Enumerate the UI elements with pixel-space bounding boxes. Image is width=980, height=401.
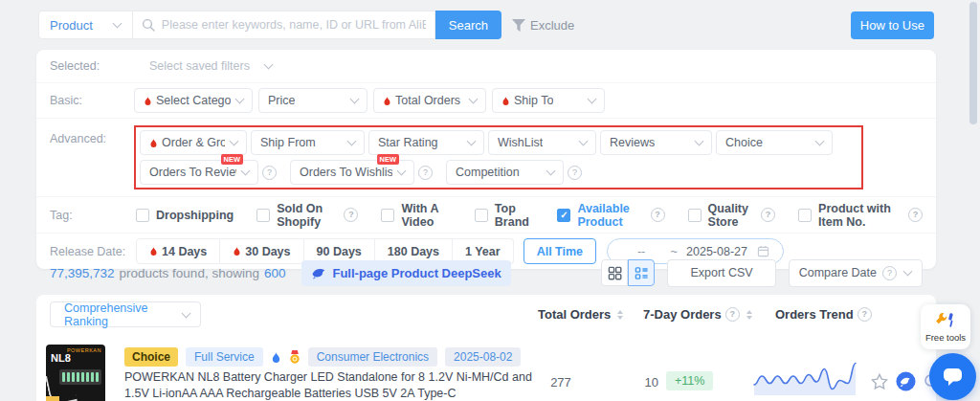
how-to-use-button[interactable]: How to Use — [851, 11, 934, 39]
tag-label: Tag: — [50, 209, 134, 222]
chevron-down-icon — [182, 308, 191, 318]
chat-bubble-icon — [941, 366, 965, 388]
help-icon[interactable]: ? — [418, 166, 433, 180]
new-badge: NEW — [221, 154, 244, 165]
grid-view-icon — [608, 266, 622, 280]
list-view-icon — [635, 266, 649, 280]
saved-filters-select[interactable]: Select saved filters — [149, 59, 273, 73]
search-group: Product Search — [38, 11, 501, 39]
sort-arrows-icon[interactable] — [746, 310, 752, 320]
basic-label: Basic: — [50, 94, 134, 107]
filter-ship-to[interactable]: Ship To — [492, 88, 605, 113]
deepseek-button[interactable]: Full-page Product DeepSeek — [301, 260, 510, 286]
deepseek-whale-icon[interactable] — [896, 371, 916, 391]
chevron-down-icon — [112, 19, 122, 29]
exclude-toggle[interactable]: Exclude — [512, 18, 574, 33]
search-input[interactable] — [162, 18, 426, 32]
search-button[interactable]: Search — [435, 11, 501, 39]
search-input-wrap — [133, 11, 435, 39]
help-icon[interactable]: ? — [761, 208, 775, 222]
tag-with-a-video[interactable]: With A Video — [381, 202, 451, 229]
chevron-down-icon — [695, 137, 704, 146]
checkbox[interactable] — [381, 209, 394, 222]
tag-filters-row: Tag: Dropshipping Sold On Shopify? With … — [36, 197, 936, 234]
chevron-down-icon — [467, 137, 477, 146]
grid-view-button[interactable] — [601, 259, 628, 286]
checkbox[interactable] — [256, 209, 270, 222]
tag-dropshipping[interactable]: Dropshipping — [136, 209, 234, 222]
filter-competition[interactable]: Competition — [446, 160, 564, 185]
view-toggle — [601, 259, 655, 286]
product-title[interactable]: POWERKAN NL8 Battery Charger LED Standal… — [124, 369, 538, 401]
chat-support-button[interactable] — [929, 353, 976, 400]
filter-price[interactable]: Price — [258, 88, 368, 113]
free-tools-button[interactable]: Free tools — [921, 304, 970, 349]
tag-sold-on-shopify[interactable]: Sold On Shopify? — [256, 202, 358, 229]
checkbox[interactable] — [136, 209, 149, 222]
compare-date-button[interactable]: Compare Date ? — [789, 259, 923, 287]
filter-ship-from[interactable]: Ship From — [251, 130, 365, 155]
hot-fire-icon — [149, 138, 158, 148]
chevron-down-icon — [397, 167, 407, 176]
growth-badge: +11% — [666, 371, 713, 390]
list-view-button[interactable] — [628, 259, 655, 286]
choice-badge: Choice — [124, 347, 178, 367]
thumbnail-model-text: NL8 — [46, 353, 105, 364]
filter-total-orders[interactable]: Total Orders — [373, 88, 486, 113]
checkbox-checked[interactable]: ✓ — [557, 209, 570, 222]
help-icon[interactable]: ? — [262, 166, 277, 180]
tag-available-product[interactable]: ✓Available Product? — [557, 202, 664, 229]
new-badge: NEW — [377, 154, 400, 165]
search-icon — [142, 18, 155, 32]
help-icon[interactable]: ? — [908, 208, 923, 222]
advanced-highlight-box: Order & Growth Ship From Star Rating Wis… — [134, 125, 863, 189]
tag-quality-store[interactable]: Quality Store? — [688, 202, 776, 229]
column-header-orders-trend[interactable]: Orders Trend ? — [775, 307, 872, 322]
chevron-down-icon — [241, 167, 251, 176]
chevron-down-icon — [235, 95, 245, 104]
filter-orders-to-reviews[interactable]: Orders To Reviews R NEW — [140, 160, 258, 185]
category-badge[interactable]: Consumer Electronics — [308, 347, 437, 367]
checkbox[interactable] — [798, 209, 812, 222]
help-icon[interactable]: ? — [651, 208, 665, 222]
tag-product-with-item-no[interactable]: Product with Item No.? — [798, 202, 923, 229]
hot-fire-icon — [501, 96, 510, 106]
chevron-down-icon — [815, 137, 825, 146]
column-header-total-orders[interactable]: Total Orders — [538, 307, 623, 322]
sort-select[interactable]: Comprehensive Ranking — [50, 301, 201, 327]
deepseek-whale-icon — [311, 267, 326, 279]
help-icon[interactable]: ? — [344, 208, 358, 222]
filter-wishlist[interactable]: WishList — [488, 130, 596, 155]
filter-select-category[interactable]: Select Category — [134, 88, 253, 113]
chevron-down-icon — [347, 137, 357, 146]
tools-icon — [935, 312, 956, 329]
search-scope-select[interactable]: Product — [38, 11, 133, 39]
checkbox[interactable] — [688, 209, 702, 222]
star-favorite-icon[interactable] — [871, 373, 888, 390]
help-icon[interactable]: ? — [568, 166, 582, 180]
help-icon: ? — [882, 266, 897, 280]
thumbnail-label-graphic — [46, 396, 59, 401]
product-thumbnail[interactable]: POWERKAN NL8 — [46, 345, 105, 401]
chevron-down-icon — [469, 95, 479, 104]
chevron-down-icon — [263, 60, 273, 70]
selected-label: Selected: — [50, 59, 134, 73]
help-icon[interactable]: ? — [725, 307, 740, 322]
filter-reviews[interactable]: Reviews — [600, 130, 712, 155]
checkbox[interactable] — [475, 209, 488, 222]
sort-arrows-icon[interactable] — [617, 310, 623, 320]
chevron-down-icon — [579, 137, 589, 146]
chevron-down-icon — [903, 267, 913, 277]
release-date-badge: 2025-08-02 — [445, 347, 521, 367]
export-csv-button[interactable]: Export CSV — [667, 259, 775, 287]
basic-filters-row: Basic: Select Category Price Total Order… — [36, 83, 936, 119]
filter-orders-to-wishlists[interactable]: Orders To Wishlists R NEW — [290, 160, 414, 185]
filter-star-rating[interactable]: Star Rating — [368, 130, 484, 155]
help-icon[interactable]: ? — [858, 307, 872, 322]
scrollbar-thumb[interactable] — [969, 2, 977, 124]
tag-top-brand[interactable]: Top Brand — [475, 202, 535, 229]
filter-order-growth[interactable]: Order & Growth — [140, 130, 247, 155]
search-scope-value: Product — [50, 18, 93, 33]
column-header-7-day-orders[interactable]: 7-Day Orders ? — [643, 307, 752, 322]
filter-choice[interactable]: Choice — [716, 130, 833, 155]
